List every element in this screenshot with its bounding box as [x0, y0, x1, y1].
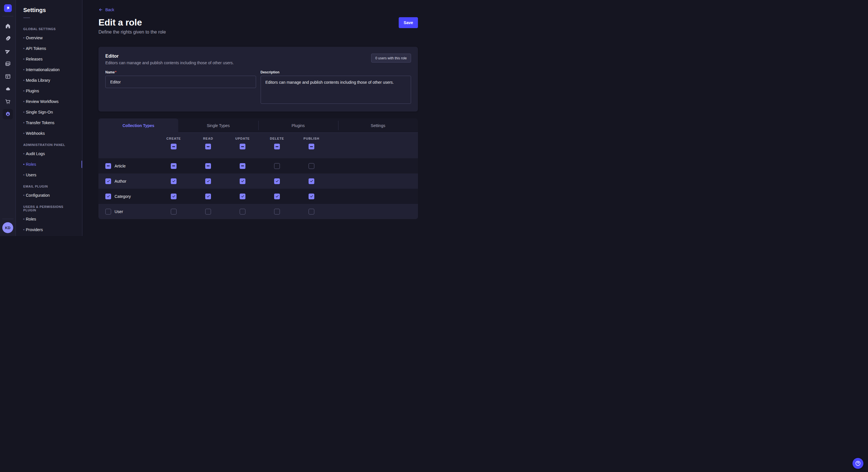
subnav-item-users[interactable]: Users: [16, 169, 82, 180]
subnav-item-label: Single Sign-On: [26, 110, 53, 114]
author-publish-checkbox[interactable]: [309, 178, 314, 184]
category-delete-checkbox[interactable]: [274, 194, 280, 199]
bullet-icon: [23, 90, 24, 92]
subnav-item-label: Transfer Tokens: [26, 121, 55, 125]
subnav-item-internationalization[interactable]: Internationalization: [16, 64, 82, 75]
tab-plugins[interactable]: Plugins: [258, 119, 338, 133]
nav-layout-button[interactable]: [3, 71, 13, 81]
header-filler: [329, 133, 418, 158]
nav-cloud-button[interactable]: [3, 84, 13, 94]
permissions-panel: Collection TypesSingle TypesPluginsSetti…: [98, 119, 418, 219]
subnav-item-roles[interactable]: Roles: [16, 159, 82, 169]
home-icon: [5, 23, 11, 29]
cell-author-read: [191, 178, 225, 184]
strapi-logo[interactable]: [4, 4, 12, 12]
strapi-logo-icon: [6, 6, 10, 10]
user-update-checkbox[interactable]: [240, 209, 245, 214]
bullet-icon: [23, 133, 24, 134]
page-title: Edit a role: [98, 17, 166, 28]
article-read-checkbox[interactable]: [205, 163, 211, 169]
nav-images-button[interactable]: [3, 59, 13, 69]
column-delete: DELETE: [260, 133, 294, 158]
article-row-checkbox[interactable]: [105, 163, 111, 169]
subnav-item-webhooks[interactable]: Webhooks: [16, 128, 82, 138]
category-create-checkbox[interactable]: [171, 194, 177, 199]
user-read-checkbox[interactable]: [205, 209, 211, 214]
subnav-section: GLOBAL SETTINGS Overview API Tokens Rele…: [16, 23, 82, 138]
content-type-label: Article: [115, 164, 126, 168]
author-delete-checkbox[interactable]: [274, 178, 280, 184]
nav-feather-button[interactable]: [3, 33, 13, 43]
author-update-checkbox[interactable]: [240, 178, 245, 184]
subnav-item-label: Roles: [26, 162, 36, 167]
column-label: READ: [203, 137, 213, 140]
name-input[interactable]: [105, 76, 256, 88]
user-create-checkbox[interactable]: [171, 209, 177, 214]
subnav-item-plugins[interactable]: Plugins: [16, 86, 82, 96]
subnav-item-audit-logs[interactable]: Audit Logs: [16, 148, 82, 159]
subnav-title: Settings: [16, 7, 82, 13]
bullet-icon: [23, 174, 24, 175]
nav-home-button[interactable]: [3, 21, 13, 31]
user-avatar[interactable]: KD: [2, 222, 13, 233]
author-row-checkbox[interactable]: [105, 178, 111, 184]
back-link[interactable]: Back: [98, 7, 114, 12]
subnav-item-label: Review Workflows: [26, 99, 59, 104]
subnav-item-single-sign-on[interactable]: Single Sign-On: [16, 107, 82, 117]
user-publish-checkbox[interactable]: [309, 209, 314, 214]
cell-category-update: [225, 194, 260, 199]
category-row-checkbox[interactable]: [105, 194, 111, 199]
tab-single-types[interactable]: Single Types: [178, 119, 258, 133]
name-field-label: Name*: [105, 70, 256, 74]
subnav-item-label: Providers: [26, 227, 43, 232]
nav-cart-button[interactable]: [3, 96, 13, 107]
user-delete-checkbox[interactable]: [274, 209, 280, 214]
bullet-icon: [23, 153, 24, 154]
back-arrow-icon: [98, 7, 103, 12]
subnav-item-overview[interactable]: Overview: [16, 32, 82, 43]
nav-gear-button[interactable]: [3, 109, 13, 119]
subnav-item-media-library[interactable]: Media Library: [16, 75, 82, 86]
cell-category-create: [156, 194, 191, 199]
description-textarea[interactable]: Editors can manage and publish contents …: [260, 76, 411, 104]
subnav-item-configuration[interactable]: Configuration: [16, 190, 82, 200]
select-all-publish-checkbox[interactable]: [309, 144, 314, 149]
select-all-update-checkbox[interactable]: [240, 144, 245, 149]
subnav-item-releases[interactable]: Releases: [16, 54, 82, 64]
subnav-item-transfer-tokens[interactable]: Transfer Tokens: [16, 117, 82, 128]
user-row-checkbox[interactable]: [105, 209, 111, 214]
permissions-table-header: CREATE READ UPDATE DELETE PUBLISH: [98, 133, 418, 158]
article-publish-checkbox[interactable]: [309, 163, 314, 169]
article-delete-checkbox[interactable]: [274, 163, 280, 169]
category-read-checkbox[interactable]: [205, 194, 211, 199]
subnav-item-review-workflows[interactable]: Review Workflows: [16, 96, 82, 107]
tab-settings[interactable]: Settings: [338, 119, 418, 133]
subnav-item-api-tokens[interactable]: API Tokens: [16, 43, 82, 54]
category-publish-checkbox[interactable]: [309, 194, 314, 199]
cell-article-publish: [294, 163, 329, 169]
save-button[interactable]: Save: [399, 17, 418, 28]
author-read-checkbox[interactable]: [205, 178, 211, 184]
bullet-icon: [23, 37, 24, 38]
bullet-icon: [23, 195, 24, 196]
cell-article-update: [225, 163, 260, 169]
select-all-create-checkbox[interactable]: [171, 144, 177, 149]
select-all-delete-checkbox[interactable]: [274, 144, 280, 149]
page-header: Edit a role Define the rights given to t…: [98, 17, 418, 35]
select-all-read-checkbox[interactable]: [205, 144, 211, 149]
users-with-role-button[interactable]: 0 users with this role: [371, 54, 411, 63]
category-update-checkbox[interactable]: [240, 194, 245, 199]
author-create-checkbox[interactable]: [171, 178, 177, 184]
cell-category-publish: [294, 194, 329, 199]
tab-collection-types[interactable]: Collection Types: [98, 119, 178, 133]
gear-icon: [5, 111, 11, 117]
bullet-icon: [23, 101, 24, 102]
subnav-item-roles[interactable]: Roles: [16, 214, 82, 224]
article-update-checkbox[interactable]: [240, 163, 245, 169]
nav-paper-plane-button[interactable]: [3, 46, 13, 56]
subnav-item-label: Releases: [26, 57, 42, 61]
required-asterisk: *: [115, 70, 117, 74]
subnav-item-providers[interactable]: Providers: [16, 224, 82, 235]
article-create-checkbox[interactable]: [171, 163, 177, 169]
cloud-icon: [5, 86, 11, 92]
